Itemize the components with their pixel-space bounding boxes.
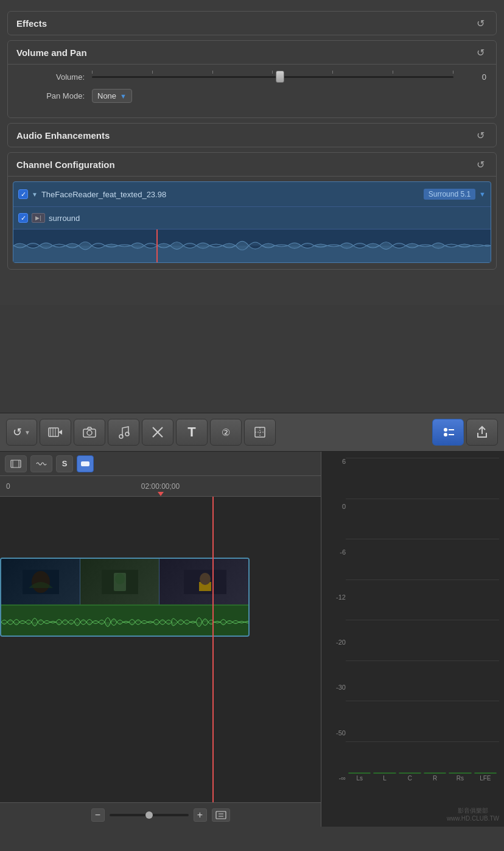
pan-mode-select[interactable]: None ▼: [92, 89, 132, 103]
meter-bar-l: L: [373, 772, 396, 782]
volume-slider-thumb[interactable]: [276, 71, 284, 83]
timeline-ruler: 0 02:00:00;00: [0, 476, 321, 497]
zoom-fit-button[interactable]: [212, 808, 230, 822]
watermark-line2: www.HD.CLUB.TW: [447, 815, 499, 822]
crop-icon: [253, 426, 267, 439]
crop-button[interactable]: [244, 419, 276, 446]
effects-title: Effects: [16, 18, 47, 29]
camera-button[interactable]: [74, 419, 105, 446]
waveform-area: [13, 229, 491, 262]
title-icon: T: [187, 424, 195, 440]
meter-bar-c-peak: [399, 772, 421, 773]
mini-toolbar: S: [0, 452, 321, 476]
frame-3-content: [184, 570, 226, 594]
video-clip[interactable]: [0, 558, 250, 637]
mini-audio-icon: [36, 460, 47, 468]
effects-header[interactable]: Effects ↺: [8, 12, 496, 35]
meter-panel: 6 0 -6 -12 -20 -30 -50 -∞: [321, 452, 504, 827]
video-icon: [48, 427, 63, 438]
channel-track-checkbox[interactable]: ✓: [18, 189, 28, 199]
music-button[interactable]: [108, 419, 139, 446]
zoom-out-button[interactable]: −: [91, 808, 105, 822]
volume-pan-reset-icon[interactable]: ↺: [477, 47, 488, 58]
volume-pan-body: Volume: 0: [8, 64, 496, 117]
pan-mode-value: None: [97, 91, 116, 100]
scale-inf: -∞: [326, 774, 346, 782]
main-toolbar: ↺ ▼ T ②: [0, 413, 504, 452]
meter-bar-lfe: LFE: [474, 772, 497, 782]
undo-button[interactable]: ↺ ▼: [6, 419, 37, 446]
clip-frame-2: [80, 559, 159, 604]
effects-section: Effects ↺: [7, 11, 497, 35]
clip-frame-1: [1, 559, 80, 604]
mini-audio-btn[interactable]: [30, 455, 52, 472]
channel-config-body: ✓ ▼ TheFaceReader_feat_texted_23.98 Surr…: [8, 176, 496, 269]
sub-track-checkbox[interactable]: ✓: [18, 213, 28, 223]
zoom-out-icon: −: [95, 810, 100, 821]
mini-active-icon: [80, 460, 90, 468]
channel-track-name: TheFaceReader_feat_texted_23.98: [41, 190, 424, 199]
zoom-fit-icon: [215, 811, 226, 819]
clip-audio-waveform: [1, 606, 248, 637]
music-icon: [117, 426, 130, 439]
meter-label-l: L: [383, 775, 387, 782]
scale-0: 0: [326, 503, 346, 510]
scale-6: 6: [326, 458, 346, 465]
volume-pan-title: Volume and Pan: [16, 47, 87, 58]
video-button[interactable]: [40, 419, 71, 446]
mini-active-btn[interactable]: [77, 455, 94, 472]
crossfade-button[interactable]: [142, 419, 173, 446]
meter-scale: 6 0 -6 -12 -20 -30 -50 -∞: [326, 458, 346, 796]
svg-rect-30: [216, 811, 226, 819]
audio-enhancements-reset-icon[interactable]: ↺: [477, 130, 488, 141]
channel-sub-track: ✓ ▶| surround: [13, 206, 491, 262]
svg-marker-1: [58, 430, 62, 435]
svg-point-14: [444, 428, 447, 432]
clip-audio-strip: [1, 604, 248, 637]
badge-button[interactable]: ②: [210, 419, 242, 446]
mini-s-btn[interactable]: S: [56, 455, 73, 472]
inspector-button[interactable]: [432, 419, 464, 446]
surround-badge-arrow-icon[interactable]: ▼: [479, 191, 486, 198]
meter-bar-c: C: [399, 772, 421, 782]
meter-label-ls: Ls: [356, 775, 363, 782]
meter-bar-rs-peak: [449, 772, 471, 773]
timeline-empty-space: [0, 497, 321, 558]
meter-bar-lfe-bg: [474, 772, 497, 774]
channel-config-title: Channel Configuration: [16, 159, 115, 170]
meter-bars-area: Ls L: [346, 458, 499, 796]
title-button[interactable]: T: [176, 419, 208, 446]
zoom-slider-thumb: [145, 811, 153, 819]
meter-bar-r-peak: [424, 772, 446, 773]
zoom-in-button[interactable]: +: [194, 808, 207, 822]
camera-icon: [83, 427, 96, 438]
svg-rect-0: [49, 428, 58, 436]
expand-arrow-icon[interactable]: ▼: [32, 191, 38, 198]
mini-clip-btn[interactable]: [5, 455, 27, 472]
volume-slider-track[interactable]: [92, 76, 453, 78]
svg-rect-18: [11, 460, 21, 468]
mini-clip-icon: [10, 460, 21, 468]
badge-icon: ②: [222, 427, 230, 438]
audio-enhancements-header[interactable]: Audio Enhancements ↺: [8, 124, 496, 147]
effects-reset-icon[interactable]: ↺: [477, 18, 488, 29]
meter-bar-r-bg: [424, 772, 446, 774]
volume-pan-header[interactable]: Volume and Pan ↺: [8, 41, 496, 64]
s-icon: S: [62, 459, 68, 468]
ruler-start-time: 0: [6, 482, 10, 491]
svg-point-26: [115, 573, 125, 584]
zoom-slider[interactable]: [110, 814, 189, 816]
channel-config-reset-icon[interactable]: ↺: [477, 159, 488, 170]
channel-config-header[interactable]: Channel Configuration ↺: [8, 153, 496, 176]
top-panel: Effects ↺ Volume and Pan ↺ Volume:: [0, 0, 504, 305]
share-button[interactable]: [466, 419, 498, 446]
scale-neg50: -50: [326, 729, 346, 737]
meter-bar-l-peak: [374, 772, 395, 773]
volume-label: Volume:: [18, 72, 85, 82]
watermark: 影音俱樂部 www.HD.CLUB.TW: [447, 807, 499, 822]
timeline-area: S 0 02:00:00;00: [0, 452, 504, 827]
frame-1-content: [23, 570, 59, 594]
timeline-left: S 0 02:00:00;00: [0, 452, 321, 827]
surround-badge: Surround 5.1: [424, 189, 475, 200]
svg-point-29: [200, 573, 211, 585]
